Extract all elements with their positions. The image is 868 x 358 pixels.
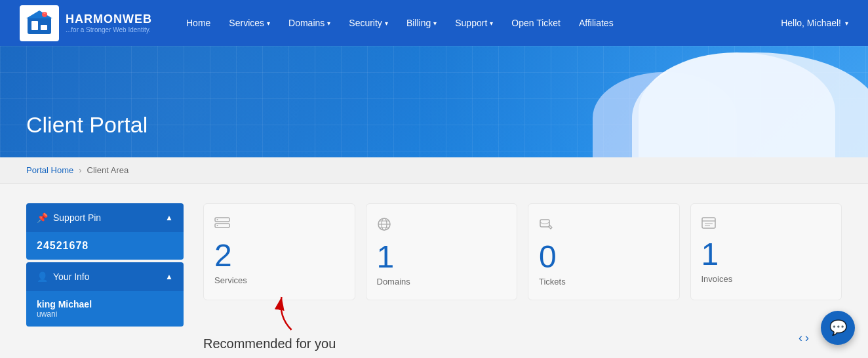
nav-links: Home Services ▾ Domains ▾ Security ▾ Bil… [178,12,781,33]
domains-dropdown-icon: ▾ [327,20,330,27]
sidebar-your-info-label: Your Info [53,271,90,282]
stat-card-domains[interactable]: 1 Domains [366,203,518,300]
logo-area[interactable]: HARMONWEB ...for a Stronger Web Identity… [20,5,152,41]
brand-name: HARMONWEB [66,12,152,26]
pin-icon: 📌 [37,212,48,223]
billing-dropdown-icon: ▾ [433,20,437,27]
user-icon: 👤 [37,271,48,282]
svg-rect-1 [31,21,38,30]
logo-text: HARMONWEB ...for a Stronger Web Identity… [66,12,152,33]
logo-box [20,5,59,41]
nav-domains[interactable]: Domains ▾ [281,12,338,33]
chat-icon: 💬 [829,319,847,336]
next-page-button[interactable]: › [805,331,809,345]
stat-card-invoices[interactable]: 1 Invoices [690,203,842,300]
invoices-label: Invoices [701,274,733,284]
support-dropdown-icon: ▾ [490,20,493,27]
svg-marker-3 [26,10,52,18]
services-label: Services [214,275,247,285]
nav-home[interactable]: Home [178,12,218,33]
main-content: 📌 Support Pin ▲ 24521678 👤 Your Info ▲ k… [0,184,868,358]
chat-button[interactable]: 💬 [821,311,855,345]
services-count: 2 [214,240,232,271]
sidebar-support-pin-header[interactable]: 📌 Support Pin ▲ [26,203,184,232]
nav-support[interactable]: Support ▾ [447,12,501,33]
domains-label: Domains [377,277,410,287]
cloud-3 [632,52,868,157]
services-dropdown-icon: ▾ [267,20,270,27]
sidebar-support-pin-label: Support Pin [53,212,101,223]
recommended-heading: Recommended for you [203,336,842,351]
security-dropdown-icon: ▾ [385,20,388,27]
nav-services[interactable]: Services ▾ [221,12,278,33]
sidebar: 📌 Support Pin ▲ 24521678 👤 Your Info ▲ k… [26,203,184,351]
tickets-icon [539,217,553,235]
brand-tagline: ...for a Stronger Web Identity. [66,26,152,33]
sidebar-your-info-body: king Michael uwani [26,291,184,327]
sidebar-support-pin-header-left: 📌 Support Pin [37,212,101,223]
support-pin-collapse-icon[interactable]: ▲ [165,213,173,222]
sidebar-your-info-header[interactable]: 👤 Your Info ▲ [26,262,184,291]
hero-title: Client Portal [26,112,148,138]
user-greeting: Hello, Michael! [781,18,841,28]
invoices-count: 1 [701,239,719,270]
tickets-label: Tickets [539,277,566,287]
domains-count: 1 [377,241,395,273]
breadcrumb: Portal Home › Client Area [0,157,868,184]
invoices-icon [701,217,716,232]
navbar: HARMONWEB ...for a Stronger Web Identity… [0,0,868,46]
svg-point-7 [217,219,218,220]
globe-icon [377,217,391,235]
nav-affiliates[interactable]: Affiliates [571,12,621,33]
sidebar-support-pin-body: 24521678 [26,232,184,260]
breadcrumb-separator: › [79,165,81,175]
nav-security[interactable]: Security ▾ [341,12,396,33]
server-icon [214,217,230,233]
breadcrumb-home-link[interactable]: Portal Home [26,165,73,175]
prev-page-button[interactable]: ‹ [799,331,802,345]
user-name: king Michael [37,299,173,309]
tickets-count: 0 [539,241,557,273]
nav-billing[interactable]: Billing ▾ [399,12,444,33]
nav-open-ticket[interactable]: Open Ticket [503,12,568,33]
arrow-annotation [269,290,305,333]
sidebar-your-info-header-left: 👤 Your Info [37,271,90,282]
user-dropdown-icon: ▾ [845,20,848,27]
support-pin-value: 24521678 [37,240,89,251]
svg-rect-0 [28,17,51,34]
svg-rect-2 [41,25,47,30]
user-menu[interactable]: Hello, Michael! ▾ [781,18,848,28]
hero-clouds [475,46,868,157]
sidebar-support-pin-section: 📌 Support Pin ▲ 24521678 [26,203,184,260]
your-info-collapse-icon[interactable]: ▲ [165,272,173,281]
stat-card-tickets[interactable]: 0 Tickets [528,203,680,300]
user-username: uwani [37,309,173,319]
dashboard-area: 2 Services [203,203,842,351]
svg-point-8 [217,225,218,226]
pagination-controls: ‹ › [799,331,809,345]
stats-cards-row: 2 Services [203,203,842,300]
hero-banner: Client Portal [0,46,868,157]
sidebar-your-info-section: 👤 Your Info ▲ king Michael uwani [26,262,184,327]
breadcrumb-current: Client Area [87,165,129,175]
stat-card-services[interactable]: 2 Services [203,203,355,300]
svg-rect-16 [702,218,715,228]
